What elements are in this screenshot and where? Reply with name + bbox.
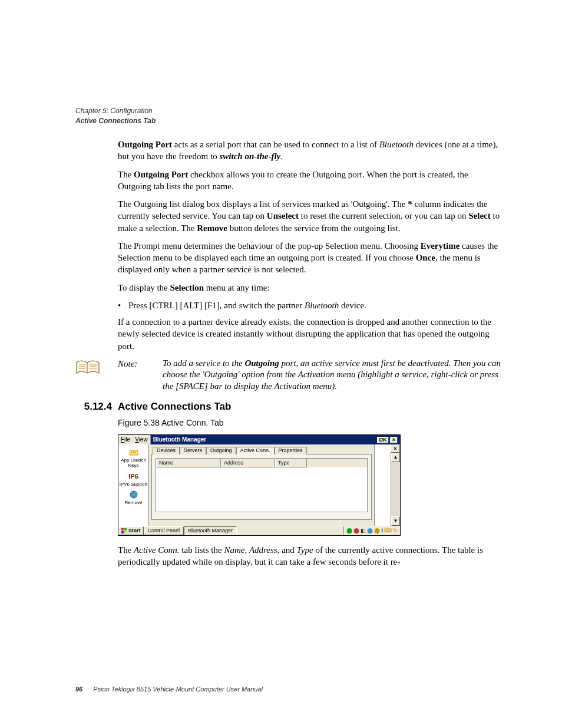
italic: Active Conn. [134,545,179,555]
scroll-down-button[interactable]: ▼ [391,516,400,526]
paragraph: The Outgoing list dialog box displays a … [118,198,503,234]
panel-close-button[interactable]: × [391,444,400,453]
svg-point-4 [130,491,137,498]
sidebar-item-app-launch[interactable]: App Launch Keys [118,447,148,469]
term: Unselect [267,211,299,220]
paragraph: To display the Selection menu at any tim… [118,282,503,294]
col-name[interactable]: Name [156,459,221,467]
paragraph: Outgoing Port acts as a serial port that… [118,139,503,163]
term: Once [416,253,435,262]
start-button[interactable]: Start [118,526,144,535]
paragraph: If a connection to a partner device alre… [118,316,503,352]
menu-view[interactable]: View [135,437,148,443]
scroll-up-button[interactable]: ▲ [391,453,400,462]
tab-properties[interactable]: Properties [275,447,307,454]
tray-icon[interactable]: ⬤ [353,528,359,533]
svg-rect-2 [133,452,134,453]
page-number: 96 [75,686,82,693]
globe-icon [128,489,139,500]
sidebar-item-remove[interactable]: Remove [118,489,148,506]
tray-icon[interactable]: ⬤ [367,528,373,533]
tray-icon[interactable]: ℹ [381,528,383,533]
control-panel-sidebar: App Launch Keys IP6 IPV6 Support Remove [118,444,149,526]
section-heading: 5.12.4 Active Connections Tab [75,400,503,414]
close-button[interactable]: × [390,437,398,443]
page-footer: 96 Psion Teklogix 8515 Vehicle-Mount Com… [75,686,263,693]
note-label: Note: [118,358,163,393]
italic: Address [249,545,277,555]
menu-bar: File View [118,435,151,444]
col-type[interactable]: Type [275,459,307,467]
italic: Name [224,545,244,555]
italic: Type [297,545,313,555]
tab-strip: Devices Servers Outgoing Active Conn. Pr… [149,444,374,454]
list-header: Name Address Type [156,459,367,467]
tray-icon[interactable]: ⬤ [374,528,380,533]
tab-outgoing[interactable]: Outgoing [206,447,236,454]
system-tray: ⬤ ⬤ ◧ ⬤ ⬤ ℹ ⌨ ✎ [343,526,400,535]
svg-rect-3 [134,452,135,453]
tab-devices[interactable]: Devices [153,447,180,454]
window-title: Bluetooth Manager [153,437,207,443]
term: Outgoing Port [134,170,188,179]
paragraph: The Prompt menu determines the behaviour… [118,240,503,276]
figure-caption: Figure 5.38 Active Conn. Tab [118,417,503,429]
note-block: Note: To add a service to the Outgoing p… [75,358,503,393]
tab-body: Name Address Type [151,454,372,520]
col-address[interactable]: Address [221,459,275,467]
term: Everytime [421,241,460,251]
italic: Bluetooth [379,140,414,149]
term: Outgoing [244,358,279,368]
svg-rect-7 [121,531,124,533]
tray-icon[interactable]: ⬤ [346,528,352,533]
term: Outgoing Port [118,140,172,149]
svg-rect-5 [121,528,124,531]
tray-icon[interactable]: ✎ [393,528,398,533]
connection-list[interactable]: Name Address Type [156,458,368,512]
windows-icon [121,528,127,534]
term: Select [468,211,490,220]
body-content: Outgoing Port acts as a serial port that… [118,139,503,568]
bullet-list: • Press [CTRL] [ALT] [F1], and switch th… [118,299,503,311]
section-title: Active Connections Tab [118,400,231,414]
chapter-line: Chapter 5: Configuration [75,106,156,116]
term: * [408,199,412,209]
dialog-client-area: Devices Servers Outgoing Active Conn. Pr… [149,444,374,526]
section-line: Active Connections Tab [75,116,156,126]
svg-rect-1 [131,452,132,453]
task-control-panel[interactable]: Control Panel [144,526,184,535]
menu-file[interactable]: File [121,437,130,443]
section-number: 5.12.4 [75,400,118,414]
title-bar: Bluetooth Manager OK × [151,435,400,444]
scroll-track[interactable] [391,462,400,516]
footer-text: Psion Teklogix 8515 Vehicle-Mount Comput… [93,686,263,693]
task-bluetooth-manager[interactable]: Bluetooth Manager [184,526,237,535]
ok-button[interactable]: OK [377,437,389,443]
note-text: To add a service to the Outgoing port, a… [163,358,503,393]
taskbar: Start Control Panel Bluetooth Manager ⬤ … [118,526,400,535]
ipv6-icon: IP6 [128,471,139,482]
sidebar-item-ipv6[interactable]: IP6 IPV6 Support [118,471,148,487]
svg-rect-6 [124,528,127,531]
running-header: Chapter 5: Configuration Active Connecti… [75,106,156,126]
tab-active-conn[interactable]: Active Conn. [236,447,275,454]
paragraph: The Outgoing Port checkbox allows you to… [118,169,503,193]
term: Remove [197,223,227,233]
keyboard-icon [128,447,139,457]
tray-icon[interactable]: ◧ [361,528,366,533]
bullet-item: Press [CTRL] [ALT] [F1], and switch the … [128,299,503,311]
svg-rect-8 [124,531,127,533]
italic: Bluetooth [305,301,339,310]
bullet-marker: • [118,299,128,311]
tray-icon[interactable]: ⌨ [384,528,392,533]
book-icon [75,359,100,377]
control-panel-right: × ▲ ▼ [374,444,400,526]
screenshot-window: File View Bluetooth Manager OK × App Lau… [118,434,401,536]
term: Selection [170,283,204,292]
paragraph: The Active Conn. tab lists the Name, Add… [118,544,503,568]
bold-italic: switch on-the-fly [219,151,280,161]
tab-servers[interactable]: Servers [180,447,206,454]
